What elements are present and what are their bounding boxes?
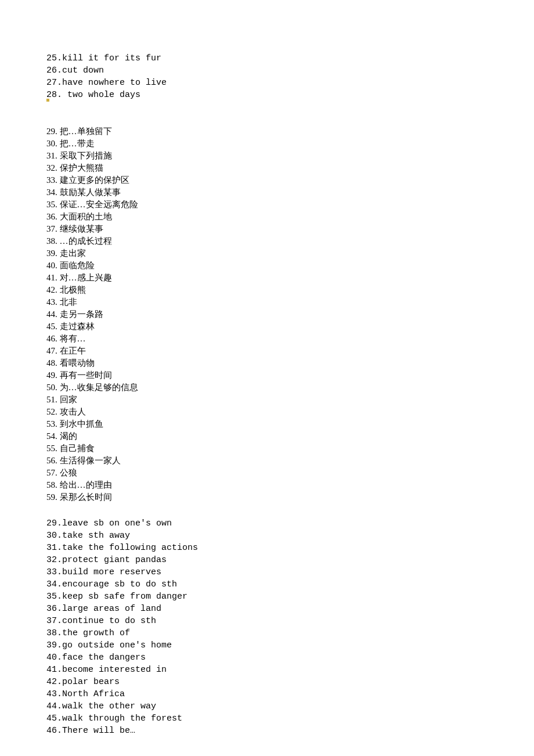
list-item: 37. 继续做某事 [46,223,488,235]
list-item: 34.encourage sb to do sth [46,578,488,591]
list-item: 41. 对…感上兴趣 [46,272,488,284]
spacer [46,105,488,115]
list-item: 35. 保证…安全远离危险 [46,199,488,211]
list-item: 58. 给出…的理由 [46,479,488,491]
list-item: 41.become interested in [46,664,488,676]
list-item: 25.kill it for its fur [46,52,488,64]
list-item: 34. 鼓励某人做某事 [46,186,488,199]
list-item: 28. two whole days [46,89,488,101]
list-item: 48. 看喂动物 [46,357,488,369]
list-item: 57. 公狼 [46,467,488,479]
english-block-2: 29.leave sb on one's own 30.take sth awa… [46,517,488,737]
list-item: 39. 走出家 [46,247,488,260]
spacer [46,507,488,517]
list-item: 46. 将有… [46,333,488,345]
list-item: 32. 保护大熊猫 [46,162,488,174]
list-item: 32.protect giant pandas [46,554,488,566]
list-item: 37.continue to do sth [46,615,488,627]
list-item: 40.face the dangers [46,651,488,664]
list-item: 29.leave sb on one's own [46,517,488,530]
list-item: 45. 走过森林 [46,321,488,333]
list-item: 42. 北极熊 [46,284,488,296]
list-item: 43.North Africa [46,688,488,700]
list-item: 42.polar bears [46,676,488,688]
annotation-mark [46,99,49,102]
list-item: 36. 大面积的土地 [46,211,488,223]
list-item: 38. …的成长过程 [46,235,488,247]
list-item: 46.There will be… [46,725,488,737]
list-item: 45.walk through the forest [46,712,488,725]
list-item: 38.the growth of [46,627,488,639]
chinese-block: 29. 把…单独留下 30. 把…带走 31. 采取下列措施 32. 保护大熊猫… [46,125,488,503]
list-item: 30.take sth away [46,530,488,542]
list-item: 33. 建立更多的保护区 [46,174,488,186]
list-item: 39.go outside one's home [46,639,488,651]
document-page: 25.kill it for its fur 26.cut down 27.ha… [0,0,534,756]
list-item: 44.walk the other way [46,700,488,712]
list-item: 49. 再有一些时间 [46,369,488,381]
list-item: 50. 为…收集足够的信息 [46,381,488,394]
list-item: 29. 把…单独留下 [46,125,488,138]
list-item: 52. 攻击人 [46,406,488,418]
list-item: 26.cut down [46,64,488,77]
list-item: 35.keep sb safe from danger [46,591,488,603]
list-item: 53. 到水中抓鱼 [46,418,488,430]
list-item: 44. 走另一条路 [46,308,488,321]
list-item: 33.build more reserves [46,566,488,578]
list-item: 47. 在正午 [46,345,488,357]
list-item: 40. 面临危险 [46,260,488,272]
list-item: 31. 采取下列措施 [46,150,488,162]
list-item: 59. 呆那么长时间 [46,491,488,503]
list-item: 36.large areas of land [46,603,488,615]
english-block-1: 25.kill it for its fur 26.cut down 27.ha… [46,52,488,101]
list-item: 51. 回家 [46,394,488,406]
list-item: 43. 北非 [46,296,488,308]
list-item: 27.have nowhere to live [46,77,488,89]
list-item: 30. 把…带走 [46,138,488,150]
spacer [46,115,488,125]
list-item: 55. 自己捕食 [46,442,488,455]
list-item: 54. 渴的 [46,430,488,442]
list-item: 56. 生活得像一家人 [46,455,488,467]
list-item: 31.take the following actions [46,542,488,554]
